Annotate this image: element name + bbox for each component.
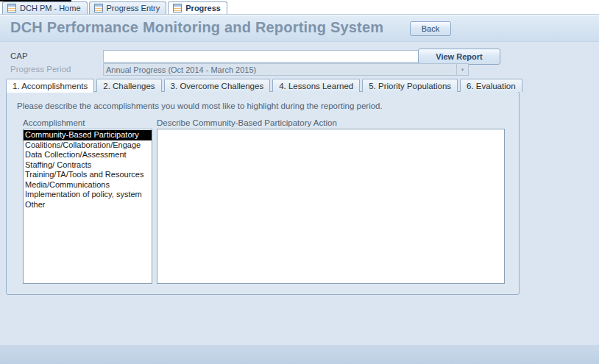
instruction-text: Please describe the accomplishments you …	[17, 101, 383, 110]
form-icon	[173, 4, 182, 13]
document-tab-bar: DCH PM - Home Progress Entry Progress	[0, 1, 599, 15]
doc-tab-label: Progress	[185, 4, 221, 13]
application-window: DCH PM - Home Progress Entry Progress DC…	[0, 0, 599, 364]
list-item[interactable]: Other	[24, 200, 152, 210]
list-item[interactable]: Staffing/ Contracts	[24, 160, 152, 171]
accomplishment-listbox[interactable]: Community-Based Participatory Coalitions…	[23, 129, 152, 284]
tab-challenges[interactable]: 2. Challenges	[96, 79, 161, 92]
list-item[interactable]: Training/TA/Tools and Resources	[24, 170, 152, 180]
cap-combobox-value	[104, 51, 456, 62]
describe-action-textarea[interactable]	[157, 129, 505, 284]
form-icon	[7, 4, 16, 13]
tab-overcome-challenges[interactable]: 3. Overcome Challenges	[164, 79, 271, 92]
bottom-status-strip	[0, 345, 599, 364]
form-icon	[94, 4, 103, 13]
section-tab-strip: 1. Accomplishments 2. Challenges 3. Over…	[6, 79, 525, 92]
list-item[interactable]: Coalitions/Collaboration/Engage	[24, 140, 152, 151]
list-item[interactable]: Community-Based Participatory	[24, 130, 152, 140]
progress-period-label: Progress Period	[10, 65, 71, 74]
chevron-down-icon: ▾	[456, 64, 468, 75]
view-report-button[interactable]: View Report	[418, 49, 500, 65]
progress-period-value: Annual Progress (Oct 2014 - March 2015)	[104, 64, 456, 75]
accomplishments-tab-page: Please describe the accomplishments you …	[6, 91, 520, 295]
form-header: DCH Performance Monitoring and Reporting…	[0, 15, 599, 42]
progress-period-combobox[interactable]: Annual Progress (Oct 2014 - March 2015) …	[103, 63, 469, 76]
tab-priority-populations[interactable]: 5. Priority Populations	[362, 79, 458, 92]
list-item[interactable]: Implementation of policy, system	[24, 190, 152, 200]
cap-combobox[interactable]: ▼	[103, 50, 469, 63]
back-button[interactable]: Back	[410, 21, 451, 36]
form-body: CAP ▼ View Report Progress Period Annual…	[0, 42, 599, 364]
tab-evaluation[interactable]: 6. Evaluation	[460, 79, 522, 92]
doc-tab-dch-pm-home[interactable]: DCH PM - Home	[2, 1, 88, 14]
doc-tab-label: Progress Entry	[107, 4, 160, 13]
doc-tab-progress-entry[interactable]: Progress Entry	[89, 1, 167, 14]
page-title: DCH Performance Monitoring and Reporting…	[10, 19, 383, 36]
doc-tab-label: DCH PM - Home	[20, 4, 81, 13]
list-item[interactable]: Data Collection/Assessment	[24, 150, 152, 160]
accomplishment-list-label: Accomplishment	[23, 118, 85, 127]
list-item[interactable]: Media/Communications	[24, 180, 152, 190]
cap-label: CAP	[10, 51, 28, 60]
doc-tab-progress[interactable]: Progress	[168, 1, 227, 14]
tab-accomplishments[interactable]: 1. Accomplishments	[6, 79, 94, 93]
tab-lessons-learned[interactable]: 4. Lessons Learned	[272, 79, 360, 92]
describe-label: Describe Community-Based Participatory A…	[157, 118, 337, 127]
